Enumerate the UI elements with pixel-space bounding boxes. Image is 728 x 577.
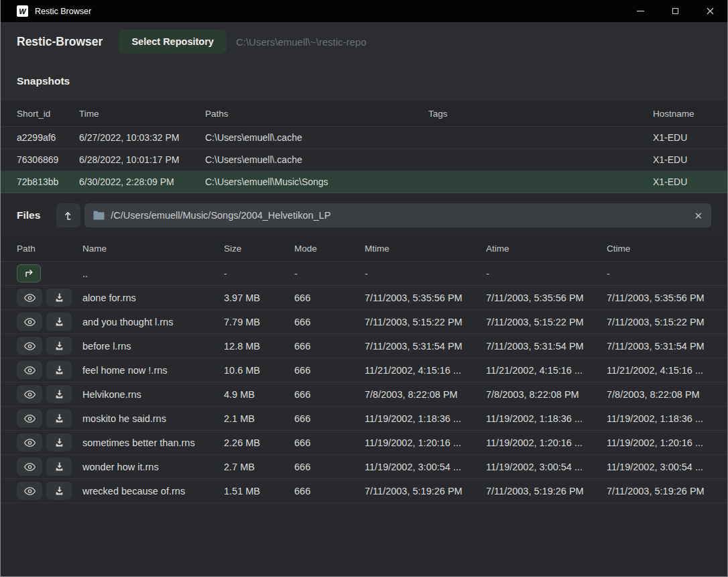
file-atime: 7/8/2003, 8:22:08 PM (486, 389, 607, 400)
eye-icon (24, 342, 36, 351)
go-to-root-button[interactable] (56, 203, 80, 227)
file-row[interactable]: and you thought l.rns 7.79 MB 666 7/11/2… (1, 310, 727, 334)
file-atime: 7/11/2003, 5:35:56 PM (486, 293, 607, 303)
file-name: and you thought l.rns (82, 317, 224, 327)
file-mtime: 7/11/2003, 5:31:54 PM (365, 341, 486, 352)
snapshot-row[interactable]: 763068696/28/2022, 10:01:17 PMC:\Users\e… (1, 149, 727, 171)
snapshot-short-id: a2299af6 (17, 132, 79, 143)
restore-button[interactable] (46, 458, 72, 476)
file-atime: 11/19/2002, 1:20:16 ... (486, 437, 607, 448)
download-icon (54, 317, 64, 327)
file-atime: 11/21/2002, 4:15:16 ... (486, 365, 607, 376)
file-mode: 666 (294, 293, 365, 303)
restore-button[interactable] (46, 433, 72, 452)
eye-icon (24, 414, 36, 423)
preview-button[interactable] (17, 288, 42, 307)
current-path-value: /C/Users/emuell/Music/Songs/2004_Helveti… (111, 210, 330, 221)
level-up-icon (63, 210, 74, 221)
files-title: Files (17, 209, 40, 221)
file-row[interactable]: Helvikone.rns 4.9 MB 666 7/8/2003, 8:22:… (1, 382, 727, 407)
download-icon (54, 389, 64, 399)
snapshot-row[interactable]: a2299af66/27/2022, 10:03:32 PMC:\Users\e… (1, 127, 727, 149)
minimize-button[interactable] (623, 0, 658, 22)
select-repository-button[interactable]: Select Repository (119, 30, 227, 54)
file-ctime: 7/11/2003, 5:15:22 PM (607, 317, 711, 327)
preview-button[interactable] (17, 313, 42, 331)
preview-button[interactable] (17, 482, 42, 500)
current-path-bar[interactable]: /C/Users/emuell/Music/Songs/2004_Helveti… (84, 203, 711, 227)
close-icon (707, 7, 714, 15)
file-mode: 666 (294, 341, 365, 352)
files-table-header: Path Name Size Mode Mtime Atime Ctime (1, 236, 727, 262)
app-window: W Restic Browser Restic-Browser Select R… (0, 0, 728, 577)
clear-path-icon[interactable]: ✕ (694, 211, 703, 221)
restore-button[interactable] (46, 337, 72, 355)
file-name: .. (82, 268, 224, 279)
file-row[interactable]: before l.rns 12.8 MB 666 7/11/2003, 5:31… (1, 334, 727, 358)
file-mode: 666 (294, 462, 365, 472)
preview-button[interactable] (17, 433, 42, 452)
file-mtime: 11/19/2002, 1:20:16 ... (365, 437, 486, 448)
file-row[interactable]: moskito he said.rns 2.1 MB 666 11/19/200… (1, 407, 727, 431)
file-name: before l.rns (82, 341, 224, 352)
go-parent-button[interactable] (17, 264, 41, 282)
file-size: 7.79 MB (224, 317, 294, 327)
snapshot-rows: a2299af66/27/2022, 10:03:32 PMC:\Users\e… (1, 127, 727, 193)
file-ctime: 7/8/2003, 8:22:08 PM (607, 389, 711, 400)
preview-button[interactable] (17, 337, 42, 355)
download-icon (54, 365, 64, 375)
snapshot-row[interactable]: 72b813bb6/30/2022, 2:28:09 PMC:\Users\em… (1, 171, 727, 193)
repository-path[interactable]: C:\Users\emuell\~\restic-repo (236, 36, 367, 48)
file-mode: 666 (294, 486, 365, 496)
file-name: wonder how it.rns (82, 462, 224, 472)
preview-button[interactable] (17, 409, 42, 427)
file-name: moskito he said.rns (82, 413, 224, 424)
maximize-button[interactable] (658, 0, 692, 22)
snapshot-time: 6/27/2022, 10:03:32 PM (79, 132, 205, 143)
file-row[interactable]: wonder how it.rns 2.7 MB 666 11/19/2002,… (1, 455, 727, 479)
eye-icon (24, 486, 36, 496)
file-size: 2.7 MB (224, 462, 294, 472)
file-row[interactable]: alone for.rns 3.97 MB 666 7/11/2003, 5:3… (1, 286, 727, 310)
preview-button[interactable] (17, 458, 42, 476)
file-row[interactable]: wrecked because of.rns 1.51 MB 666 7/11/… (1, 479, 727, 503)
download-icon (54, 341, 64, 351)
snapshot-hostname: X1-EDU (653, 176, 711, 187)
file-ctime: 7/11/2003, 5:35:56 PM (607, 293, 711, 303)
file-size: 10.6 MB (224, 365, 294, 376)
snapshots-section-header: Snapshots (1, 61, 727, 101)
preview-button[interactable] (17, 361, 42, 379)
file-mtime: 7/11/2003, 5:15:22 PM (365, 317, 486, 327)
restore-button[interactable] (46, 385, 72, 403)
close-button[interactable] (692, 0, 727, 22)
file-ctime: 11/19/2002, 1:18:36 ... (607, 413, 711, 424)
file-mode: - (294, 268, 365, 279)
file-mode: 666 (294, 413, 365, 424)
restore-button[interactable] (46, 482, 72, 500)
snapshot-time: 6/30/2022, 2:28:09 PM (79, 176, 205, 187)
download-icon (54, 293, 64, 303)
file-row[interactable]: sometimes better than.rns 2.26 MB 666 11… (1, 431, 727, 455)
file-ctime: 7/11/2003, 5:19:26 PM (607, 486, 711, 496)
snapshot-paths: C:\Users\emuell\Music\Songs (205, 176, 428, 187)
snapshot-hostname: X1-EDU (653, 154, 711, 165)
restore-button[interactable] (46, 288, 72, 307)
snapshot-time: 6/28/2022, 10:01:17 PM (79, 154, 205, 165)
eye-icon (24, 293, 36, 303)
restore-button[interactable] (46, 361, 72, 379)
file-name: alone for.rns (82, 293, 224, 303)
file-mtime: - (365, 268, 486, 279)
parent-directory-row[interactable]: .. - - - - - (1, 262, 727, 286)
parent-dir-arrow-icon (23, 268, 34, 278)
file-ctime: - (607, 268, 711, 279)
preview-button[interactable] (17, 385, 42, 403)
restore-button[interactable] (46, 313, 72, 331)
file-mtime: 7/8/2003, 8:22:08 PM (365, 389, 486, 400)
file-mode: 666 (294, 365, 365, 376)
window-controls (623, 0, 727, 22)
file-rows: alone for.rns 3.97 MB 666 7/11/2003, 5:3… (1, 286, 727, 503)
restore-button[interactable] (46, 409, 72, 427)
file-row[interactable]: feel home now !.rns 10.6 MB 666 11/21/20… (1, 358, 727, 382)
file-name: wrecked because of.rns (82, 486, 224, 496)
file-mtime: 7/11/2003, 5:35:56 PM (365, 293, 486, 303)
